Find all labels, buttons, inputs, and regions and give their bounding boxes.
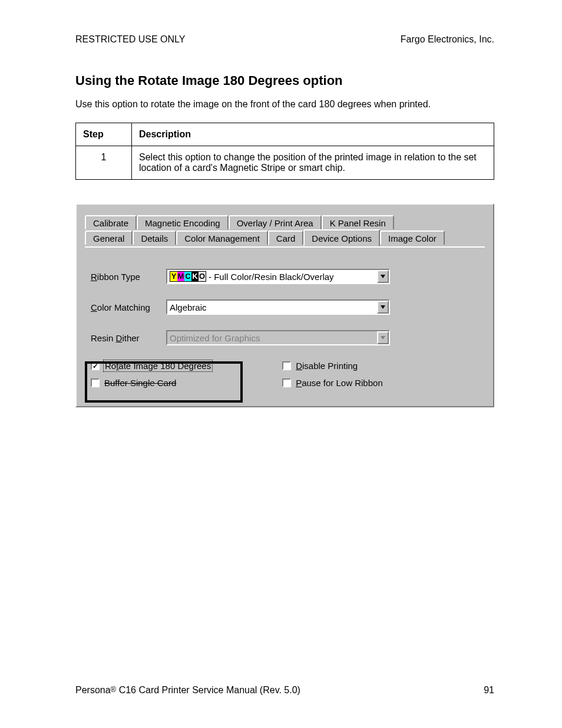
tab-k-panel-resin[interactable]: K Panel Resin bbox=[322, 215, 394, 229]
rotate-label-post: ate Image 180 Degrees bbox=[118, 361, 211, 371]
checkbox-col-left: Rotate Image 180 Degrees Buffer Single C… bbox=[91, 361, 211, 388]
buffer-single-card-label: Buffer Single Card bbox=[104, 378, 176, 388]
footer-left: Persona® C16 Card Printer Service Manual… bbox=[75, 685, 300, 696]
ribbon-type-value: YMCKO - Full Color/Resin Black/Overlay bbox=[167, 271, 377, 282]
tab-image-color[interactable]: Image Color bbox=[380, 230, 445, 245]
ymcko-icon: YMCKO bbox=[170, 271, 206, 282]
table-row: 1 Select this option to change the posit… bbox=[76, 146, 494, 180]
buffer-single-card-checkbox[interactable]: Buffer Single Card bbox=[91, 378, 211, 388]
checkbox-col-right: Disable Printing Pause for Low Ribbon bbox=[282, 361, 383, 388]
tab-details[interactable]: Details bbox=[133, 230, 176, 245]
ribbon-type-label: Ribbon Type bbox=[91, 272, 166, 282]
tab-color-management[interactable]: Color Management bbox=[176, 230, 268, 245]
color-matching-label: Color Matching bbox=[91, 302, 166, 312]
section-title: Using the Rotate Image 180 Degrees optio… bbox=[75, 73, 494, 88]
tab-calibrate[interactable]: Calibrate bbox=[85, 215, 137, 229]
disable-printing-accel: D bbox=[296, 361, 302, 371]
ribbon-type-text: - Full Color/Resin Black/Overlay bbox=[209, 272, 334, 282]
header-left: RESTRICTED USE ONLY bbox=[75, 34, 185, 45]
tab-magnetic-encoding[interactable]: Magnetic Encoding bbox=[137, 215, 229, 229]
resin-dither-label-pre: Resin bbox=[91, 333, 116, 343]
dropdown-arrow-icon bbox=[377, 331, 389, 344]
disable-printing-label: Disable Printing bbox=[296, 361, 358, 371]
color-matching-combobox[interactable]: Algebraic bbox=[166, 299, 390, 315]
rotate-180-label: Rotate Image 180 Degrees bbox=[104, 361, 211, 371]
page-footer: Persona® C16 Card Printer Service Manual… bbox=[75, 685, 494, 696]
col-step: Step bbox=[76, 123, 132, 146]
tab-device-options[interactable]: Device Options bbox=[303, 229, 380, 246]
dropdown-arrow-icon[interactable] bbox=[377, 301, 389, 314]
table-header-row: Step Description bbox=[76, 123, 494, 146]
checkbox-area: Rotate Image 180 Degrees Buffer Single C… bbox=[91, 361, 479, 388]
ribbon-type-label-text: ibbon Type bbox=[97, 272, 140, 282]
color-matching-row: Color Matching Algebraic bbox=[91, 299, 479, 315]
rotate-180-checkbox[interactable]: Rotate Image 180 Degrees bbox=[91, 361, 211, 371]
pause-low-ribbon-label: Pause for Low Ribbon bbox=[296, 378, 383, 388]
footer-product: Persona bbox=[75, 685, 111, 695]
checkbox-icon bbox=[282, 361, 291, 370]
color-matching-accel: C bbox=[91, 302, 97, 312]
tab-row-back: Calibrate Magnetic Encoding Overlay / Pr… bbox=[85, 214, 485, 229]
steps-table: Step Description 1 Select this option to… bbox=[75, 123, 494, 180]
tab-general[interactable]: General bbox=[85, 230, 133, 245]
document-page: RESTRICTED USE ONLY Fargo Electronics, I… bbox=[0, 0, 562, 728]
page-number: 91 bbox=[484, 685, 494, 696]
dropdown-arrow-icon[interactable] bbox=[377, 270, 389, 283]
header-right: Fargo Electronics, Inc. bbox=[401, 34, 494, 45]
resin-dither-row: Resin Dither Optimized for Graphics bbox=[91, 330, 479, 345]
tab-overlay-print-area[interactable]: Overlay / Print Area bbox=[229, 215, 322, 229]
pause-low-ribbon-text: ause for Low Ribbon bbox=[302, 378, 383, 388]
step-description: Select this option to change the positio… bbox=[132, 146, 494, 180]
dialog-screenshot: Calibrate Magnetic Encoding Overlay / Pr… bbox=[75, 203, 494, 407]
color-matching-value: Algebraic bbox=[167, 302, 377, 312]
ribbon-type-combobox[interactable]: YMCKO - Full Color/Resin Black/Overlay bbox=[166, 269, 390, 284]
ribbon-type-row: Ribbon Type YMCKO - Full Color/Resin Bla… bbox=[91, 269, 479, 284]
checkbox-icon bbox=[282, 378, 291, 387]
section-intro: Use this option to rotate the image on t… bbox=[75, 99, 494, 110]
resin-dither-label-post: ither bbox=[122, 333, 139, 343]
footer-manual: C16 Card Printer Service Manual (Rev. 5.… bbox=[116, 685, 300, 695]
tab-row-front: General Details Color Management Card De… bbox=[85, 229, 485, 245]
disable-printing-text: isable Printing bbox=[302, 361, 358, 371]
col-description: Description bbox=[132, 123, 494, 146]
page-header: RESTRICTED USE ONLY Fargo Electronics, I… bbox=[75, 34, 494, 45]
disable-printing-checkbox[interactable]: Disable Printing bbox=[282, 361, 383, 371]
ribbon-type-accel: R bbox=[91, 272, 97, 282]
color-matching-label-text: olor Matching bbox=[97, 302, 150, 312]
tab-strip: Calibrate Magnetic Encoding Overlay / Pr… bbox=[85, 214, 485, 245]
tab-card[interactable]: Card bbox=[268, 230, 304, 245]
pause-low-ribbon-accel: P bbox=[296, 378, 302, 388]
registered-symbol: ® bbox=[111, 685, 117, 694]
pause-low-ribbon-checkbox[interactable]: Pause for Low Ribbon bbox=[282, 378, 383, 388]
resin-dither-accel: D bbox=[116, 333, 123, 343]
checkbox-icon bbox=[91, 378, 100, 387]
printer-properties-dialog: Calibrate Magnetic Encoding Overlay / Pr… bbox=[75, 203, 494, 407]
resin-dither-combobox: Optimized for Graphics bbox=[166, 330, 390, 345]
resin-dither-value: Optimized for Graphics bbox=[167, 333, 377, 343]
device-options-panel: Ribbon Type YMCKO - Full Color/Resin Bla… bbox=[85, 246, 485, 394]
resin-dither-label: Resin Dither bbox=[91, 333, 166, 343]
checkbox-icon bbox=[91, 361, 100, 370]
step-number: 1 bbox=[76, 146, 132, 180]
rotate-label-pre: Ro bbox=[105, 361, 116, 371]
